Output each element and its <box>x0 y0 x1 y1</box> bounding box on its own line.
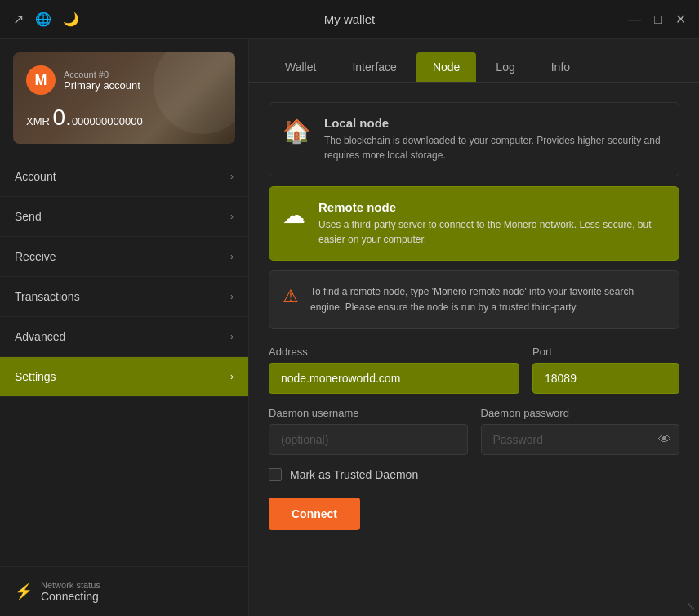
warning-circle-icon: ⚠ <box>283 286 299 307</box>
warning-box: ⚠ To find a remote node, type 'Monero re… <box>269 270 679 329</box>
chevron-right-icon: › <box>230 211 234 222</box>
port-input[interactable] <box>532 363 679 394</box>
trusted-daemon-row: Mark as Trusted Daemon <box>269 468 679 481</box>
sidebar-item-advanced[interactable]: Advanced › <box>0 317 248 357</box>
main-content: Wallet Interface Node Log Info 🏠 Local n… <box>249 39 699 616</box>
daemon-username-label: Daemon username <box>269 407 468 419</box>
port-label: Port <box>532 346 679 358</box>
sidebar-item-account[interactable]: Account › <box>0 157 248 197</box>
account-card[interactable]: M Account #0 Primary account XMR 0.00000… <box>13 52 235 144</box>
content-area: 🏠 Local node The blockchain is downloade… <box>249 83 699 616</box>
tab-info[interactable]: Info <box>535 52 586 82</box>
tab-log[interactable]: Log <box>479 52 531 82</box>
monero-logo: M <box>26 65 56 95</box>
daemon-username-group: Daemon username <box>269 407 468 455</box>
account-top: M Account #0 Primary account <box>26 65 222 95</box>
tab-wallet[interactable]: Wallet <box>269 52 332 82</box>
sidebar-item-send[interactable]: Send › <box>0 197 248 237</box>
local-node-text: Local node The blockchain is downloaded … <box>324 116 666 163</box>
warning-text: To find a remote node, type 'Monero remo… <box>310 284 666 315</box>
window-title: My wallet <box>324 12 376 26</box>
titlebar-icon-group: ↗ 🌐 🌙 <box>13 11 79 27</box>
network-label: Network status <box>41 580 100 590</box>
balance-decimals: 000000000000 <box>72 115 143 127</box>
maximize-button[interactable]: □ <box>654 11 662 27</box>
balance-integer: 0. <box>53 105 72 130</box>
sidebar-item-settings[interactable]: Settings › <box>0 357 248 397</box>
connect-button[interactable]: Connect <box>269 498 360 530</box>
tabs: Wallet Interface Node Log Info <box>249 39 699 83</box>
network-value: Connecting <box>41 590 100 603</box>
tab-node[interactable]: Node <box>416 52 476 82</box>
sidebar-item-label: Send <box>15 210 42 223</box>
export-icon[interactable]: ↗ <box>13 11 24 27</box>
daemon-username-input[interactable] <box>269 424 468 455</box>
account-info-text: Account #0 Primary account <box>64 69 140 92</box>
port-group: Port <box>532 346 679 394</box>
lightning-icon: ⚡ <box>15 583 33 600</box>
remote-node-desc: Uses a third-party server to connect to … <box>318 217 666 247</box>
account-name: Primary account <box>64 79 140 92</box>
chevron-right-icon: › <box>230 291 234 302</box>
remote-node-title: Remote node <box>318 200 666 214</box>
address-label: Address <box>269 346 519 358</box>
daemon-password-label: Daemon password <box>481 407 680 419</box>
remote-node-option[interactable]: ☁ Remote node Uses a third-party server … <box>269 186 679 261</box>
daemon-password-group: Daemon password 👁 <box>481 407 680 455</box>
address-port-row: Address Port <box>269 346 679 394</box>
sidebar-nav: Account › Send › Receive › Transactions … <box>0 157 248 566</box>
local-node-option[interactable]: 🏠 Local node The blockchain is downloade… <box>269 102 679 176</box>
daemon-credentials-row: Daemon username Daemon password 👁 <box>269 407 679 455</box>
local-node-title: Local node <box>324 116 666 130</box>
network-status: ⚡ Network status Connecting <box>0 566 248 616</box>
resize-handle[interactable]: ⤡ <box>686 600 696 613</box>
house-icon: 🏠 <box>283 118 311 145</box>
trusted-daemon-checkbox[interactable] <box>269 468 282 481</box>
address-input[interactable] <box>269 363 519 394</box>
window-controls: — □ ✕ <box>628 11 686 27</box>
chevron-right-icon: › <box>230 371 234 382</box>
chevron-right-icon: › <box>230 171 234 182</box>
daemon-password-wrapper: 👁 <box>481 424 680 455</box>
remote-node-text: Remote node Uses a third-party server to… <box>318 200 666 247</box>
account-balance: XMR 0.000000000000 <box>26 105 222 131</box>
balance-currency: XMR <box>26 115 50 127</box>
sidebar-item-label: Settings <box>15 370 56 383</box>
main-layout: M Account #0 Primary account XMR 0.00000… <box>0 39 699 616</box>
minimize-button[interactable]: — <box>628 11 641 27</box>
sidebar: M Account #0 Primary account XMR 0.00000… <box>0 39 249 616</box>
moon-icon[interactable]: 🌙 <box>63 11 79 27</box>
sidebar-item-label: Account <box>15 170 56 183</box>
trusted-daemon-label: Mark as Trusted Daemon <box>290 468 418 481</box>
local-node-desc: The blockchain is downloaded to your com… <box>324 133 666 163</box>
sidebar-item-label: Transactions <box>15 290 80 303</box>
network-text: Network status Connecting <box>41 580 100 603</box>
sidebar-item-receive[interactable]: Receive › <box>0 237 248 277</box>
globe-icon[interactable]: 🌐 <box>35 11 51 27</box>
password-toggle-icon[interactable]: 👁 <box>658 432 671 447</box>
chevron-right-icon: › <box>230 331 234 342</box>
chevron-right-icon: › <box>230 251 234 262</box>
sidebar-item-label: Receive <box>15 250 56 263</box>
close-button[interactable]: ✕ <box>675 11 686 27</box>
address-group: Address <box>269 346 519 394</box>
account-number: Account #0 <box>64 69 140 79</box>
sidebar-item-transactions[interactable]: Transactions › <box>0 277 248 317</box>
cloud-icon: ☁ <box>283 202 305 229</box>
sidebar-item-label: Advanced <box>15 330 65 343</box>
tab-interface[interactable]: Interface <box>336 52 412 82</box>
daemon-password-input[interactable] <box>481 424 680 455</box>
titlebar: ↗ 🌐 🌙 My wallet — □ ✕ <box>0 0 699 39</box>
